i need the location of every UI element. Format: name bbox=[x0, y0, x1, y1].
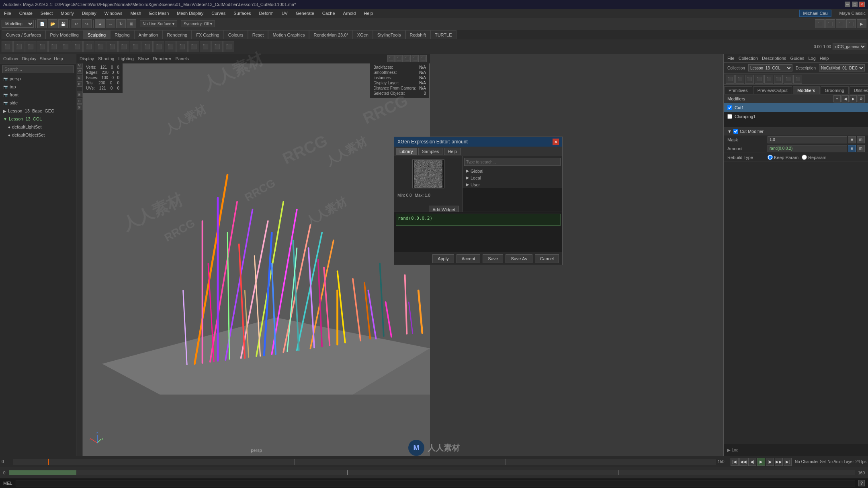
tab-animation[interactable]: Animation bbox=[134, 30, 163, 39]
xgen-menu-help[interactable]: Help bbox=[820, 56, 829, 61]
shelf-btn-15[interactable]: ⬛ bbox=[165, 41, 176, 52]
menu-cache[interactable]: Cache bbox=[321, 10, 337, 16]
modifier-clumping1-checkbox[interactable] bbox=[727, 114, 732, 119]
step-back-btn[interactable]: ◀| bbox=[748, 458, 756, 466]
save-as-button[interactable]: Save As bbox=[506, 254, 532, 263]
menu-arnold[interactable]: Arnold bbox=[342, 10, 358, 16]
xgen-tool-6[interactable]: ⬛ bbox=[774, 75, 783, 84]
shelf-btn-6[interactable]: ⬛ bbox=[60, 41, 71, 52]
xgen-tool-2[interactable]: ⬛ bbox=[735, 75, 744, 84]
rotate-btn[interactable]: ↻ bbox=[116, 19, 126, 28]
play-btn[interactable]: ▶ bbox=[757, 458, 765, 466]
undo-btn[interactable]: ↩ bbox=[72, 19, 81, 28]
save-button[interactable]: Save bbox=[483, 254, 503, 263]
xgen-menu-collection[interactable]: Collection bbox=[739, 56, 758, 61]
shelf-btn-4[interactable]: ⬛ bbox=[37, 41, 48, 52]
step-fwd-btn[interactable]: |▶ bbox=[766, 458, 774, 466]
tab-stylingtools[interactable]: StylingTools bbox=[373, 30, 405, 39]
render-btn[interactable]: ▶ bbox=[857, 19, 866, 28]
new-file-btn[interactable]: 📄 bbox=[37, 19, 47, 28]
xgen-tab-library[interactable]: Library bbox=[396, 148, 417, 155]
mask-map-btn[interactable]: m bbox=[857, 136, 865, 143]
play-back-btn[interactable]: ◀◀ bbox=[739, 458, 747, 466]
left-tool-7[interactable]: ⊟ bbox=[77, 98, 82, 104]
move-btn[interactable]: ↔ bbox=[106, 19, 115, 28]
menu-mesh[interactable]: Mesh bbox=[129, 10, 143, 16]
tab-renderman[interactable]: RenderMan 23.0* bbox=[309, 30, 352, 39]
xgen-tab-help[interactable]: Help bbox=[444, 148, 461, 155]
shelf-btn-9[interactable]: ⬛ bbox=[95, 41, 106, 52]
add-widget-button[interactable]: Add Widget bbox=[429, 206, 459, 212]
shelf-btn-2[interactable]: ⬛ bbox=[13, 41, 25, 52]
menu-uv[interactable]: UV bbox=[280, 10, 289, 16]
outliner-item-side[interactable]: 📷 side bbox=[0, 99, 76, 107]
menu-create[interactable]: Create bbox=[18, 10, 34, 16]
camera-dropdown[interactable]: xtCG_gamma bbox=[833, 43, 866, 50]
amount-map-btn[interactable]: m bbox=[857, 145, 865, 152]
xgen-tool-7[interactable]: ⬛ bbox=[784, 75, 792, 84]
menu-generate[interactable]: Generate bbox=[294, 10, 316, 16]
viewport-btn1[interactable]: ⬛ bbox=[815, 19, 825, 28]
tab-utilities[interactable]: Utilities bbox=[850, 86, 868, 94]
cut-modifier-enable-checkbox[interactable] bbox=[733, 129, 738, 134]
xgen-description-dropdown[interactable]: NoCutMod_01_DEC bbox=[819, 64, 865, 71]
shelf-btn-13[interactable]: ⬛ bbox=[141, 41, 153, 52]
tab-preview-output[interactable]: Preview/Output bbox=[753, 86, 792, 94]
shelf-btn-1[interactable]: ⬛ bbox=[2, 41, 13, 52]
xgen-collection-dropdown[interactable]: Lesson_13_COL bbox=[748, 64, 792, 71]
modifier-cut1-checkbox[interactable] bbox=[727, 105, 732, 110]
modifier-clumping1[interactable]: Clumping1 bbox=[724, 112, 868, 121]
xgen-tree-local[interactable]: ▶ Local bbox=[463, 174, 562, 181]
modifier-arrow-down[interactable]: ▶ bbox=[850, 95, 857, 102]
mode-dropdown[interactable]: Modelling Rigging Animation FX Rendering bbox=[2, 20, 34, 28]
redo-btn[interactable]: ↪ bbox=[82, 19, 92, 28]
shelf-btn-3[interactable]: ⬛ bbox=[25, 41, 36, 52]
cut-modifier-header[interactable]: ▼ Cut Modifier bbox=[724, 127, 868, 135]
menu-select[interactable]: Select bbox=[39, 10, 55, 16]
timeline-frame-bar[interactable]: 0 150 |◀ ◀◀ ◀| ▶ |▶ ▶▶ ▶| No Character S… bbox=[0, 456, 868, 467]
menu-surfaces[interactable]: Surfaces bbox=[232, 10, 252, 16]
xgen-menu-descriptions[interactable]: Descriptions bbox=[762, 56, 786, 61]
xgen-menu-log[interactable]: Log bbox=[808, 56, 815, 61]
menu-editmesh[interactable]: Edit Mesh bbox=[147, 10, 170, 16]
apply-button[interactable]: Apply bbox=[432, 254, 454, 263]
menu-file[interactable]: File bbox=[2, 10, 13, 16]
left-tool-8[interactable]: ⊠ bbox=[77, 104, 82, 110]
vp-btn-4[interactable]: ⬛ bbox=[411, 55, 419, 62]
command-line[interactable] bbox=[16, 480, 855, 486]
amount-input[interactable] bbox=[768, 145, 847, 152]
symmetry-dropdown[interactable]: Symmetry: Off ▾ bbox=[181, 20, 215, 27]
outliner-search-input[interactable] bbox=[2, 65, 74, 73]
user-account[interactable]: Michael Cau bbox=[799, 10, 831, 17]
tab-curves-surfaces[interactable]: Curves / Surfaces bbox=[2, 30, 45, 39]
xgen-tree-global[interactable]: ▶ Global bbox=[463, 167, 562, 174]
shelf-btn-12[interactable]: ⬛ bbox=[130, 41, 141, 52]
select-btn[interactable]: ▲ bbox=[95, 19, 105, 28]
play-fwd-btn[interactable]: ▶▶ bbox=[775, 458, 783, 466]
shelf-btn-7[interactable]: ⬛ bbox=[72, 41, 83, 52]
open-file-btn[interactable]: 📂 bbox=[48, 19, 57, 28]
shelf-btn-8[interactable]: ⬛ bbox=[83, 41, 94, 52]
xgen-menu-guides[interactable]: Guides bbox=[790, 56, 805, 61]
outliner-show-menu[interactable]: Show bbox=[40, 56, 51, 61]
tab-primitives[interactable]: Primitives bbox=[724, 86, 752, 94]
command-btn[interactable]: ? bbox=[858, 480, 865, 486]
timeline-scrubber[interactable] bbox=[13, 459, 716, 465]
tab-colours[interactable]: Colours bbox=[224, 30, 248, 39]
vp-show-menu[interactable]: Show bbox=[138, 56, 149, 61]
tab-redshift[interactable]: Redshift bbox=[405, 30, 430, 39]
outliner-display-menu[interactable]: Display bbox=[22, 56, 37, 61]
xgen-type-search-input[interactable] bbox=[464, 158, 561, 166]
save-file-btn[interactable]: 💾 bbox=[58, 19, 68, 28]
xgen-log-toggle[interactable]: ▶ Log bbox=[727, 448, 738, 452]
outliner-item-top[interactable]: 📷 top bbox=[0, 83, 76, 91]
menu-help[interactable]: Help bbox=[362, 10, 375, 16]
cancel-button[interactable]: Cancel bbox=[535, 254, 559, 263]
left-tool-4[interactable]: E bbox=[77, 75, 82, 80]
tab-poly-modelling[interactable]: Poly Modelling bbox=[45, 30, 83, 39]
mask-expr-btn[interactable]: e bbox=[848, 136, 856, 143]
modifier-settings-btn[interactable]: ⚙ bbox=[858, 95, 865, 102]
vp-shading-menu[interactable]: Shading bbox=[98, 56, 114, 61]
left-tool-5[interactable]: R bbox=[77, 81, 82, 87]
viewport-btn3[interactable]: ⬛ bbox=[836, 19, 845, 28]
